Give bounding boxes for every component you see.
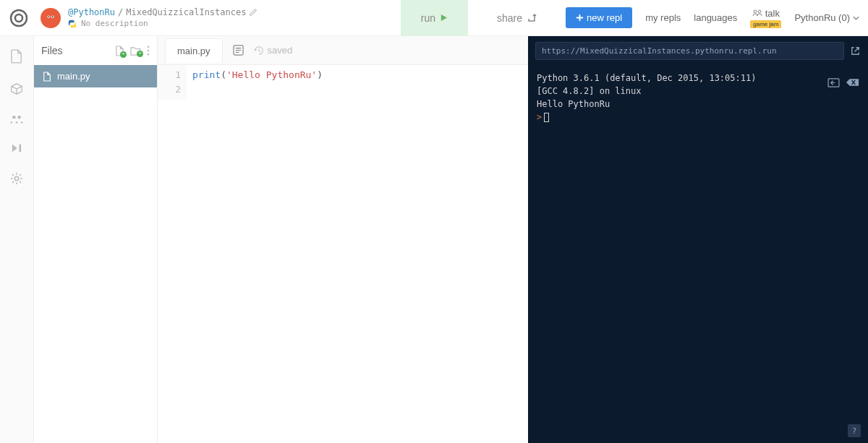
terminal-prompt: > (537, 112, 542, 122)
debugger-icon[interactable] (10, 143, 23, 153)
svg-point-12 (16, 121, 18, 124)
terminal-line: Hello PythonRu (537, 98, 859, 111)
svg-point-8 (758, 10, 761, 13)
svg-point-1 (15, 14, 22, 22)
svg-point-11 (10, 121, 12, 124)
svg-point-0 (11, 10, 27, 26)
saved-indicator: saved (254, 45, 293, 56)
user-menu[interactable]: PythonRu (0) (794, 12, 859, 23)
chevron-down-icon (853, 16, 859, 20)
share-icon (527, 13, 537, 23)
nav-my-repls[interactable]: my repls (645, 12, 681, 23)
more-icon[interactable] (147, 46, 150, 56)
terminal-in-icon[interactable] (827, 78, 840, 87)
terminal-output[interactable]: Python 3.6.1 (default, Dec 2015, 13:05:1… (528, 66, 868, 129)
description-text: No description (81, 19, 148, 28)
run-button[interactable]: run (401, 0, 468, 36)
svg-point-2 (45, 12, 56, 23)
editor-pane: main.py saved 1 2 print('Hello PythonRu'… (157, 36, 528, 443)
new-file-icon[interactable]: + (115, 46, 124, 56)
repl-url[interactable]: https://MixedQuizzicalInstances.pythonru… (535, 42, 844, 60)
svg-point-10 (17, 116, 21, 119)
python-icon (68, 20, 77, 28)
svg-point-16 (148, 46, 150, 48)
share-button[interactable]: share (482, 0, 551, 36)
new-folder-icon[interactable]: + (130, 46, 141, 56)
tab-main[interactable]: main.py (165, 38, 223, 63)
terminal-pane: https://MixedQuizzicalInstances.pythonru… (528, 36, 868, 443)
settings-icon[interactable] (10, 172, 23, 185)
terminal-line: Python 3.6.1 (default, Dec 2015, 13:05:1… (537, 72, 859, 85)
svg-point-15 (14, 176, 18, 180)
breadcrumb-user[interactable]: @PythonRu (68, 7, 115, 17)
file-item-main[interactable]: main.py (34, 65, 157, 87)
breadcrumb-project[interactable]: MixedQuizzicalInstances (126, 7, 246, 17)
svg-point-9 (12, 116, 16, 119)
svg-point-6 (52, 16, 54, 17)
terminal-cursor (544, 113, 549, 122)
header: @PythonRu / MixedQuizzicalInstances No d… (0, 0, 868, 36)
people-icon (752, 9, 762, 17)
files-icon[interactable] (11, 49, 22, 64)
svg-point-5 (48, 16, 49, 17)
svg-point-17 (148, 50, 150, 52)
plus-icon (576, 14, 584, 22)
sidebar-title: Files (41, 45, 63, 56)
terminal-clear-icon[interactable] (846, 78, 859, 87)
packages-icon[interactable] (10, 82, 23, 95)
left-rail (0, 36, 34, 443)
files-sidebar: Files + + main.py (34, 36, 157, 443)
terminal-line: [GCC 4.8.2] on linux (537, 85, 859, 98)
avatar[interactable] (41, 8, 61, 28)
open-external-icon[interactable] (850, 46, 861, 56)
code-content[interactable]: print('Hello PythonRu') (187, 65, 528, 100)
multiplayer-icon[interactable] (10, 114, 23, 124)
nav-languages[interactable]: languages (694, 12, 737, 23)
svg-point-18 (148, 53, 150, 56)
new-repl-button[interactable]: new repl (566, 7, 632, 28)
svg-point-7 (754, 10, 757, 13)
breadcrumb: @PythonRu / MixedQuizzicalInstances No d… (68, 7, 258, 28)
history-icon (254, 46, 264, 56)
editor-settings-icon[interactable] (233, 45, 244, 56)
edit-icon[interactable] (249, 8, 258, 17)
talk-badge: game jam (750, 20, 781, 28)
repl-logo[interactable] (9, 8, 29, 28)
gutter: 1 2 (158, 65, 187, 100)
svg-rect-14 (20, 145, 22, 152)
svg-point-13 (21, 121, 23, 124)
breadcrumb-separator: / (118, 7, 123, 17)
file-item-label: main.py (57, 71, 90, 82)
help-button[interactable]: ? (848, 424, 861, 437)
play-icon (440, 14, 448, 22)
nav-talk[interactable]: talk game jam (750, 8, 781, 28)
file-icon (43, 72, 51, 82)
code-area[interactable]: 1 2 print('Hello PythonRu') (158, 65, 528, 100)
